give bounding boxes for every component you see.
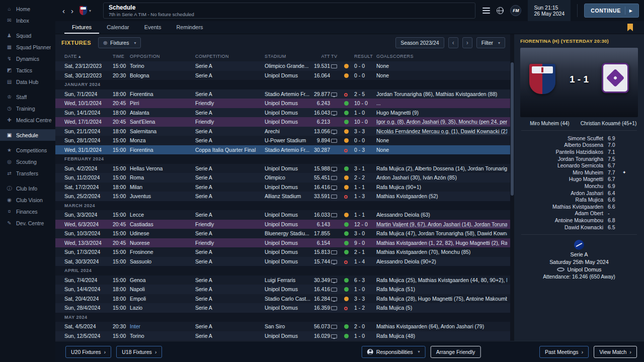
u20-fixtures-button[interactable]: U20 Fixtures › [65, 346, 111, 358]
fixture-row[interactable]: Sun, 3/3/202415:00LecceSerie AUnipol Dom… [55, 210, 510, 220]
opposition-cell[interactable]: Pirri [130, 100, 195, 106]
fixture-row[interactable]: Sun, 7/1/202418:00FiorentinaSerie AStadi… [55, 89, 510, 99]
opposition-cell[interactable]: Juventus [130, 193, 195, 199]
sidebar-item-training[interactable]: ◷Training [0, 103, 55, 114]
fixture-row[interactable]: Sun, 10/3/202415:00UdineseSerie ABluener… [55, 229, 510, 238]
fixture-row[interactable]: Sat, 17/2/202418:00MilanSerie AUnipol Do… [55, 183, 510, 192]
opposition-cell[interactable]: Nuorese [130, 240, 195, 246]
bookmark-icon[interactable] [627, 24, 633, 31]
sidebar-item-scouting[interactable]: ◎Scouting [0, 156, 55, 167]
opposition-cell[interactable]: Monza [130, 137, 195, 143]
sidebar-item-competitions[interactable]: ★Competitions [0, 144, 55, 156]
tab-events[interactable]: Events [137, 21, 169, 34]
column-opposition[interactable]: OPPOSITION [130, 54, 195, 59]
continue-button[interactable]: CONTINUE ▶ [584, 4, 639, 18]
column-goalscorers[interactable]: GOALSCORERS [376, 54, 507, 59]
back-button[interactable]: ‹ [59, 7, 68, 15]
fixture-row[interactable]: Wed, 6/3/202420:45CastiadasFriendlyUnipo… [55, 220, 510, 229]
fixture-row[interactable]: Sun, 28/4/202415:00LazioSerie AUnipol Do… [55, 303, 510, 313]
fixture-row[interactable]: Sun, 14/4/202418:00NapoliSerie AUnipol D… [55, 285, 510, 294]
column-attendance[interactable]: ATT [311, 54, 331, 59]
column-time[interactable]: TIME [113, 54, 130, 59]
opposition-cell[interactable]: Bologna [130, 72, 195, 78]
fixture-row[interactable]: Sun, 12/5/202415:00TorinoSerie AUnipol D… [55, 331, 510, 341]
opposition-cell[interactable]: Fiorentina [130, 147, 195, 153]
opposition-cell[interactable]: Sassuolo [130, 258, 195, 264]
sidebar-item-dev-centre[interactable]: ✎Dev. Centre [0, 217, 55, 229]
responsibilities-dropdown[interactable]: Responsibilities ▾ [362, 346, 426, 358]
player-rating-row[interactable]: Adam Obert- [529, 210, 629, 217]
fixture-row[interactable]: Sat, 30/3/202415:00SassuoloSerie AUnipol… [55, 257, 510, 266]
fixture-row[interactable]: Wed, 10/1/202420:45PirriFriendlyUnipol D… [55, 99, 510, 108]
sidebar-item-inbox[interactable]: ✉Inbox [0, 15, 55, 26]
fixture-row[interactable]: Sat, 30/12/202320:30BolognaSerie AUnipol… [55, 71, 510, 80]
club-badge-icon[interactable] [79, 6, 87, 15]
fixture-row[interactable]: Sun, 4/2/202415:00Hellas VeronaSerie AUn… [55, 164, 510, 173]
fixtures-view-dropdown[interactable]: ◎ Fixtures ▾ [98, 37, 141, 48]
opposition-cell[interactable]: Frosinone [130, 249, 195, 255]
player-rating-row[interactable]: Rafa Mujica6.6 [529, 196, 629, 203]
column-date[interactable]: DATE▴ [64, 54, 113, 59]
opposition-cell[interactable]: Empoli [130, 296, 195, 302]
sidebar-item-club-vision[interactable]: ◉Club Vision [0, 194, 55, 206]
player-rating-row[interactable]: Leonardo Sernicola6.7 [529, 162, 629, 169]
season-prev-button[interactable]: ‹ [448, 37, 458, 48]
opposition-cell[interactable]: Castiadas [130, 221, 195, 227]
u18-fixtures-button[interactable]: U18 Fixtures › [116, 346, 162, 358]
column-result[interactable]: RESULT [354, 54, 376, 59]
fixture-row[interactable]: Sun, 14/1/202418:00AtalantaSerie AUnipol… [55, 108, 510, 118]
sidebar-item-transfers[interactable]: ⇄Transfers [0, 167, 55, 179]
filter-dropdown[interactable]: Filter ▾ [476, 37, 505, 48]
opposition-cell[interactable]: Torino [130, 333, 195, 339]
fixture-row[interactable]: Sun, 7/4/202415:00GenoaSerie ALuigi Ferr… [55, 276, 510, 285]
sidebar-item-medical-centre[interactable]: ✚Medical Centre [0, 114, 55, 126]
fixture-row[interactable]: Wed, 17/1/202420:45Sant'ElenaFriendlyUni… [55, 117, 510, 127]
season-selector[interactable]: Season 2023/24 [395, 37, 444, 48]
opposition-cell[interactable]: Milan [130, 184, 195, 190]
sidebar-item-club-info[interactable]: ⓘClub Info [0, 183, 55, 194]
match-photo[interactable]: 1 - 1 [520, 48, 638, 117]
fixture-row[interactable]: Sun, 21/1/202418:00SalernitanaSerie AAre… [55, 127, 510, 136]
sidebar-item-squad[interactable]: ♟Squad [0, 30, 55, 41]
fixture-row[interactable]: Sun, 28/1/202415:00MonzaSerie AU-Power S… [55, 136, 510, 145]
world-icon[interactable] [497, 7, 504, 14]
tab-calendar[interactable]: Calendar [99, 21, 137, 34]
opposition-cell[interactable]: Sant'Elena [130, 119, 195, 125]
sidebar-item-finances[interactable]: ¤Finances [0, 206, 55, 217]
past-meetings-button[interactable]: Past Meetings › [539, 346, 589, 358]
sidebar-item-tactics[interactable]: ◩Tactics [0, 64, 55, 76]
sidebar-item-staff[interactable]: ♔Staff [0, 91, 55, 103]
fixture-row[interactable]: Sun, 17/3/202415:00FrosinoneSerie AUnipo… [55, 247, 510, 257]
opposition-cell[interactable]: Salernitana [130, 128, 195, 134]
table-scrollbar[interactable] [510, 34, 514, 341]
opposition-cell[interactable]: Fiorentina [130, 91, 195, 97]
fixture-row[interactable]: Sat, 20/4/202418:00EmpoliSerie AStadio C… [55, 294, 510, 304]
opposition-cell[interactable]: Lecce [130, 212, 195, 218]
player-rating-row[interactable]: Antoine Makoumbou6.8 [529, 217, 629, 224]
player-rating-row[interactable]: Hugo Magnetti6.7 [529, 176, 629, 183]
column-stadium[interactable]: STADIUM [265, 54, 311, 59]
arrange-friendly-button[interactable]: Arrange Friendly [431, 346, 481, 358]
sidebar-item-dynamics[interactable]: ↯Dynamics [0, 53, 55, 64]
column-tv[interactable]: TV [331, 54, 344, 59]
opposition-cell[interactable]: Atalanta [130, 110, 195, 116]
fixture-row[interactable]: Sun, 25/2/202415:00JuventusSerie AAllian… [55, 192, 510, 201]
opposition-cell[interactable]: Udinese [130, 230, 195, 236]
opposition-cell[interactable]: Lazio [130, 305, 195, 311]
opposition-cell[interactable]: Inter [130, 323, 195, 329]
view-match-button[interactable]: View Match › [594, 346, 637, 358]
player-rating-row[interactable]: Ardon Jashari6.4 [529, 190, 629, 197]
player-rating-row[interactable]: Simone Scuffet6.9 [529, 135, 629, 142]
player-rating-row[interactable]: Miro Muheim7.7✦ [529, 169, 629, 176]
tab-fixtures[interactable]: Fixtures [64, 21, 99, 34]
fixture-row[interactable]: Wed, 13/3/202420:45NuoreseFriendlyUnipol… [55, 238, 510, 248]
opposition-cell[interactable]: Roma [130, 174, 195, 180]
opposition-cell[interactable]: Genoa [130, 277, 195, 283]
opposition-cell[interactable]: Hellas Verona [130, 165, 195, 171]
menu-icon[interactable] [482, 8, 490, 14]
fm-logo-icon[interactable]: FM [510, 5, 521, 16]
club-dropdown-caret-icon[interactable]: ▾ [89, 9, 91, 13]
forward-button[interactable]: › [68, 7, 76, 15]
sidebar-item-data-hub[interactable]: ▤Data Hub [0, 76, 55, 87]
column-competition[interactable]: COMPETITION [195, 54, 265, 59]
